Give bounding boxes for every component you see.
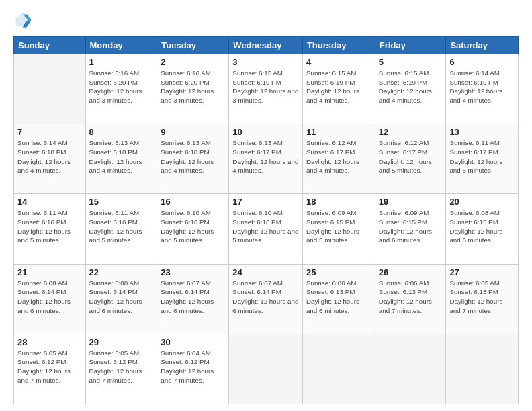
calendar-cell: 29Sunrise: 6:05 AMSunset: 6:12 PMDayligh…: [85, 334, 157, 404]
calendar-cell: 27Sunrise: 6:05 AMSunset: 6:13 PMDayligh…: [446, 264, 519, 334]
calendar-cell: [446, 334, 519, 404]
day-header-thursday: Thursday: [302, 37, 375, 54]
day-number: 15: [89, 197, 154, 207]
day-info: Sunrise: 6:06 AMSunset: 6:13 PMDaylight:…: [306, 279, 371, 316]
calendar-cell: 22Sunrise: 6:08 AMSunset: 6:14 PMDayligh…: [85, 264, 157, 334]
calendar-cell: 25Sunrise: 6:06 AMSunset: 6:13 PMDayligh…: [302, 264, 375, 334]
day-info: Sunrise: 6:13 AMSunset: 6:18 PMDaylight:…: [161, 138, 225, 175]
day-info: Sunrise: 6:08 AMSunset: 6:14 PMDaylight:…: [89, 279, 154, 316]
day-number: 10: [232, 127, 299, 137]
calendar-cell: 1Sunrise: 6:16 AMSunset: 6:20 PMDaylight…: [85, 54, 157, 124]
day-number: 4: [306, 57, 371, 67]
logo-icon: [13, 11, 32, 30]
day-info: Sunrise: 6:16 AMSunset: 6:20 PMDaylight:…: [161, 68, 225, 105]
day-number: 27: [449, 267, 515, 277]
calendar-cell: 7Sunrise: 6:14 AMSunset: 6:18 PMDaylight…: [14, 124, 86, 194]
day-info: Sunrise: 6:10 AMSunset: 6:16 PMDaylight:…: [232, 208, 299, 245]
day-number: 14: [17, 197, 82, 207]
calendar-week-row: 7Sunrise: 6:14 AMSunset: 6:18 PMDaylight…: [14, 124, 519, 194]
day-info: Sunrise: 6:07 AMSunset: 6:14 PMDaylight:…: [232, 279, 299, 316]
calendar-cell: 8Sunrise: 6:13 AMSunset: 6:18 PMDaylight…: [85, 124, 157, 194]
day-number: 6: [449, 57, 515, 67]
calendar-table: SundayMondayTuesdayWednesdayThursdayFrid…: [13, 36, 519, 404]
calendar-cell: 2Sunrise: 6:16 AMSunset: 6:20 PMDaylight…: [157, 54, 229, 124]
calendar-cell: 10Sunrise: 6:13 AMSunset: 6:17 PMDayligh…: [229, 124, 303, 194]
day-info: Sunrise: 6:09 AMSunset: 6:15 PMDaylight:…: [306, 208, 371, 245]
day-info: Sunrise: 6:10 AMSunset: 6:16 PMDaylight:…: [161, 208, 225, 245]
day-info: Sunrise: 6:14 AMSunset: 6:19 PMDaylight:…: [449, 68, 515, 105]
day-header-saturday: Saturday: [446, 37, 519, 54]
day-info: Sunrise: 6:15 AMSunset: 6:19 PMDaylight:…: [232, 68, 299, 105]
calendar-cell: 4Sunrise: 6:15 AMSunset: 6:19 PMDaylight…: [302, 54, 375, 124]
calendar-week-row: 1Sunrise: 6:16 AMSunset: 6:20 PMDaylight…: [14, 54, 519, 124]
calendar-week-row: 21Sunrise: 6:08 AMSunset: 6:14 PMDayligh…: [14, 264, 519, 334]
logo: [13, 11, 35, 30]
calendar-cell: 17Sunrise: 6:10 AMSunset: 6:16 PMDayligh…: [229, 194, 303, 264]
day-info: Sunrise: 6:08 AMSunset: 6:15 PMDaylight:…: [449, 208, 515, 245]
day-number: 20: [449, 197, 515, 207]
day-header-friday: Friday: [375, 37, 446, 54]
calendar-cell: 23Sunrise: 6:07 AMSunset: 6:14 PMDayligh…: [157, 264, 229, 334]
day-number: 16: [161, 197, 225, 207]
calendar-cell: 5Sunrise: 6:15 AMSunset: 6:19 PMDaylight…: [375, 54, 446, 124]
day-info: Sunrise: 6:12 AMSunset: 6:17 PMDaylight:…: [306, 138, 371, 175]
day-number: 13: [449, 127, 515, 137]
day-info: Sunrise: 6:09 AMSunset: 6:15 PMDaylight:…: [379, 208, 443, 245]
day-info: Sunrise: 6:04 AMSunset: 6:12 PMDaylight:…: [161, 349, 225, 385]
calendar-cell: [375, 334, 446, 404]
day-number: 8: [89, 127, 154, 137]
day-number: 5: [379, 57, 443, 67]
day-info: Sunrise: 6:11 AMSunset: 6:16 PMDaylight:…: [89, 208, 154, 245]
calendar-cell: 6Sunrise: 6:14 AMSunset: 6:19 PMDaylight…: [446, 54, 519, 124]
calendar-cell: 18Sunrise: 6:09 AMSunset: 6:15 PMDayligh…: [302, 194, 375, 264]
day-number: 19: [379, 197, 443, 207]
calendar-cell: 28Sunrise: 6:05 AMSunset: 6:12 PMDayligh…: [14, 334, 86, 404]
day-info: Sunrise: 6:11 AMSunset: 6:17 PMDaylight:…: [449, 138, 515, 175]
calendar-cell: 13Sunrise: 6:11 AMSunset: 6:17 PMDayligh…: [446, 124, 519, 194]
calendar-week-row: 14Sunrise: 6:11 AMSunset: 6:16 PMDayligh…: [14, 194, 519, 264]
day-header-monday: Monday: [85, 37, 157, 54]
day-number: 25: [306, 267, 371, 277]
calendar-cell: [302, 334, 375, 404]
day-number: 21: [17, 267, 82, 277]
day-info: Sunrise: 6:15 AMSunset: 6:19 PMDaylight:…: [306, 68, 371, 105]
calendar-cell: 26Sunrise: 6:06 AMSunset: 6:13 PMDayligh…: [375, 264, 446, 334]
day-number: 11: [306, 127, 371, 137]
calendar-cell: 24Sunrise: 6:07 AMSunset: 6:14 PMDayligh…: [229, 264, 303, 334]
calendar-cell: [229, 334, 303, 404]
day-info: Sunrise: 6:11 AMSunset: 6:16 PMDaylight:…: [17, 208, 82, 245]
calendar-cell: 11Sunrise: 6:12 AMSunset: 6:17 PMDayligh…: [302, 124, 375, 194]
day-info: Sunrise: 6:05 AMSunset: 6:12 PMDaylight:…: [17, 349, 82, 385]
day-number: 18: [306, 197, 371, 207]
day-number: 12: [379, 127, 443, 137]
day-number: 22: [89, 267, 154, 277]
day-info: Sunrise: 6:08 AMSunset: 6:14 PMDaylight:…: [17, 279, 82, 316]
day-number: 9: [161, 127, 225, 137]
header: [13, 11, 519, 30]
day-number: 30: [161, 337, 225, 347]
calendar-cell: 21Sunrise: 6:08 AMSunset: 6:14 PMDayligh…: [14, 264, 86, 334]
day-number: 7: [17, 127, 82, 137]
calendar-cell: 14Sunrise: 6:11 AMSunset: 6:16 PMDayligh…: [14, 194, 86, 264]
day-number: 28: [17, 337, 82, 347]
calendar-header-row: SundayMondayTuesdayWednesdayThursdayFrid…: [14, 37, 519, 54]
day-header-tuesday: Tuesday: [157, 37, 229, 54]
day-number: 24: [232, 267, 299, 277]
day-number: 23: [161, 267, 225, 277]
calendar-cell: 9Sunrise: 6:13 AMSunset: 6:18 PMDaylight…: [157, 124, 229, 194]
day-header-wednesday: Wednesday: [229, 37, 303, 54]
day-info: Sunrise: 6:05 AMSunset: 6:12 PMDaylight:…: [89, 349, 154, 385]
day-number: 3: [232, 57, 299, 67]
calendar-cell: 20Sunrise: 6:08 AMSunset: 6:15 PMDayligh…: [446, 194, 519, 264]
calendar-cell: [14, 54, 86, 124]
day-info: Sunrise: 6:14 AMSunset: 6:18 PMDaylight:…: [17, 138, 82, 175]
day-number: 17: [232, 197, 299, 207]
day-info: Sunrise: 6:13 AMSunset: 6:17 PMDaylight:…: [232, 138, 299, 175]
day-info: Sunrise: 6:07 AMSunset: 6:14 PMDaylight:…: [161, 279, 225, 316]
calendar-cell: 19Sunrise: 6:09 AMSunset: 6:15 PMDayligh…: [375, 194, 446, 264]
day-number: 2: [161, 57, 225, 67]
day-info: Sunrise: 6:06 AMSunset: 6:13 PMDaylight:…: [379, 279, 443, 316]
day-number: 1: [89, 57, 154, 67]
day-info: Sunrise: 6:13 AMSunset: 6:18 PMDaylight:…: [89, 138, 154, 175]
day-info: Sunrise: 6:05 AMSunset: 6:13 PMDaylight:…: [449, 279, 515, 316]
